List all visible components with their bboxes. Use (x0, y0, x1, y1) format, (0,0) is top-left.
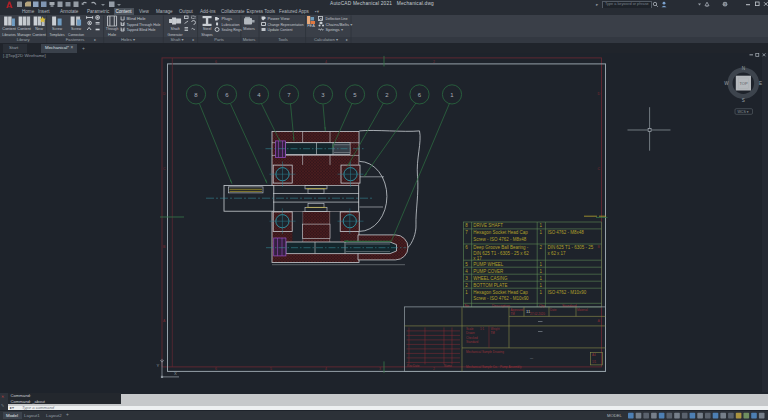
svg-text:Deep Groove Ball Bearing -: Deep Groove Ball Bearing - (473, 245, 528, 250)
svg-text:Y: Y (157, 362, 160, 367)
svg-text:C: C (597, 167, 600, 171)
svg-text:2: 2 (465, 282, 468, 287)
svg-text:TM: TM (490, 331, 495, 335)
svg-text:Templates: Templates (50, 31, 65, 36)
svg-text:Name: Name (444, 364, 452, 368)
svg-text:PUMP WHEEL: PUMP WHEEL (473, 261, 504, 266)
svg-text:6: 6 (215, 367, 217, 371)
svg-text:3: 3 (379, 367, 381, 371)
svg-text:3: 3 (465, 275, 468, 280)
svg-text:C: C (163, 167, 166, 171)
svg-text:8: 8 (465, 223, 468, 228)
svg-text:Date: Date (550, 307, 557, 311)
svg-text:Parts: Parts (214, 37, 224, 42)
svg-text:Plugs: Plugs (222, 16, 232, 21)
svg-text:Hexagon Socket Head Cap: Hexagon Socket Head Cap (473, 289, 528, 294)
svg-text:4: 4 (257, 91, 261, 97)
svg-text:▸: ▸ (94, 38, 96, 42)
svg-text:Hole: Hole (108, 31, 117, 36)
svg-text:TM: TM (510, 311, 515, 315)
svg-text:Hexagon Socket Head Cap: Hexagon Socket Head Cap (473, 230, 528, 235)
svg-text:6: 6 (225, 91, 229, 97)
svg-text:Chains/Belts ▾: Chains/Belts ▾ (326, 21, 354, 26)
svg-text:Sealing Rings: Sealing Rings (222, 27, 242, 32)
svg-text:PUMP COVER: PUMP COVER (473, 268, 504, 273)
svg-text:5: 5 (270, 367, 272, 371)
svg-text:1: 1 (539, 275, 542, 280)
svg-text:Libraries: Libraries (2, 31, 15, 36)
svg-text:1: 1 (539, 230, 542, 235)
svg-text:D: D (597, 92, 600, 96)
svg-text:S: S (742, 97, 745, 102)
svg-text:[-][Top][2D Wireframe]: [-][Top][2D Wireframe] (3, 53, 46, 58)
svg-text:Standard: Standard (466, 340, 478, 344)
svg-text:Blind Hole: Blind Hole (127, 16, 147, 21)
svg-text:A4: A4 (592, 353, 596, 357)
svg-text:BOTTOM PLATE: BOTTOM PLATE (473, 282, 507, 287)
svg-text:Connection: Connection (68, 31, 84, 36)
svg-text:W: W (724, 81, 729, 86)
svg-text:Motors: Motors (243, 26, 254, 31)
svg-text:2: 2 (433, 367, 435, 371)
svg-text:FEA: FEA (307, 23, 315, 28)
svg-text:1:1: 1:1 (480, 326, 484, 330)
svg-text:▸: ▸ (346, 38, 348, 42)
svg-text:Shapes: Shapes (201, 31, 212, 36)
svg-text:2: 2 (385, 91, 389, 97)
svg-text:D: D (163, 92, 166, 96)
svg-text:1: 1 (539, 261, 542, 266)
svg-text:Standard: Standard (562, 304, 577, 308)
svg-text:X: X (174, 370, 177, 375)
svg-text:1: 1 (450, 91, 454, 97)
svg-text:N: N (742, 65, 745, 70)
svg-text:Library: Library (17, 37, 31, 42)
svg-text:WHEEL CASING: WHEEL CASING (473, 275, 508, 280)
svg-text:4: 4 (325, 59, 327, 63)
svg-text:5: 5 (465, 261, 468, 266)
svg-text:—: — (530, 356, 534, 360)
svg-text:1: 1 (539, 289, 542, 294)
svg-text:1: 1 (465, 289, 468, 294)
svg-text:6: 6 (465, 245, 468, 250)
svg-text:Checked: Checked (466, 335, 478, 339)
svg-text:Generator: Generator (168, 31, 183, 36)
svg-text:Pump Assembly: Pump Assembly (500, 365, 522, 369)
svg-text:Weight: Weight (490, 326, 499, 330)
svg-text:Holes ▾: Holes ▾ (121, 37, 136, 42)
svg-text:1/1: 1/1 (592, 359, 596, 363)
svg-text:B: B (163, 245, 166, 249)
svg-text:TOP: TOP (739, 81, 747, 86)
svg-text:No: No (464, 304, 469, 308)
svg-text:ISO 4762 - M10x90: ISO 4762 - M10x90 (547, 289, 586, 294)
svg-text:7: 7 (287, 91, 291, 97)
svg-text:Update Content: Update Content (268, 27, 294, 32)
svg-text:Qty: Qty (539, 304, 545, 308)
svg-text:6: 6 (215, 59, 217, 63)
svg-text:Manager: Manager (17, 31, 31, 36)
svg-text:DIN 625 T1 - 6305 - 25: DIN 625 T1 - 6305 - 25 (547, 245, 593, 250)
svg-text:1: 1 (539, 282, 542, 287)
svg-text:Tapped Through Hole: Tapped Through Hole (127, 21, 162, 26)
svg-text:Screw - ISO 4762 - M8x48: Screw - ISO 4762 - M8x48 (473, 236, 526, 241)
svg-text:4: 4 (325, 367, 327, 371)
svg-text:3: 3 (321, 91, 325, 97)
svg-text:B: B (597, 245, 600, 249)
svg-text:Motors: Motors (243, 37, 256, 42)
svg-text:Rev Date: Rev Date (407, 364, 420, 368)
svg-text:2: 2 (433, 59, 435, 63)
svg-text:Fasteners: Fasteners (66, 37, 85, 42)
svg-text:Springs ▾: Springs ▾ (326, 27, 344, 32)
svg-text:27.02.2020: 27.02.2020 (530, 311, 545, 315)
svg-text:Mechanical Sample Drawing: Mechanical Sample Drawing (466, 349, 504, 353)
svg-text:Description: Description (492, 304, 510, 308)
svg-text:2: 2 (539, 245, 542, 250)
svg-text:Screw - ISO 4762 - M10x90: Screw - ISO 4762 - M10x90 (473, 296, 529, 301)
svg-text:8: 8 (194, 91, 198, 97)
svg-text:?: ? (724, 3, 726, 7)
svg-text:A: A (597, 319, 600, 323)
svg-text:Calculation ▾: Calculation ▾ (314, 37, 339, 42)
svg-text:Shaft ▾: Shaft ▾ (171, 37, 185, 42)
svg-text:Change Representation: Change Representation (268, 21, 305, 26)
svg-text:1: 1 (539, 223, 542, 228)
svg-text:4: 4 (465, 268, 468, 273)
